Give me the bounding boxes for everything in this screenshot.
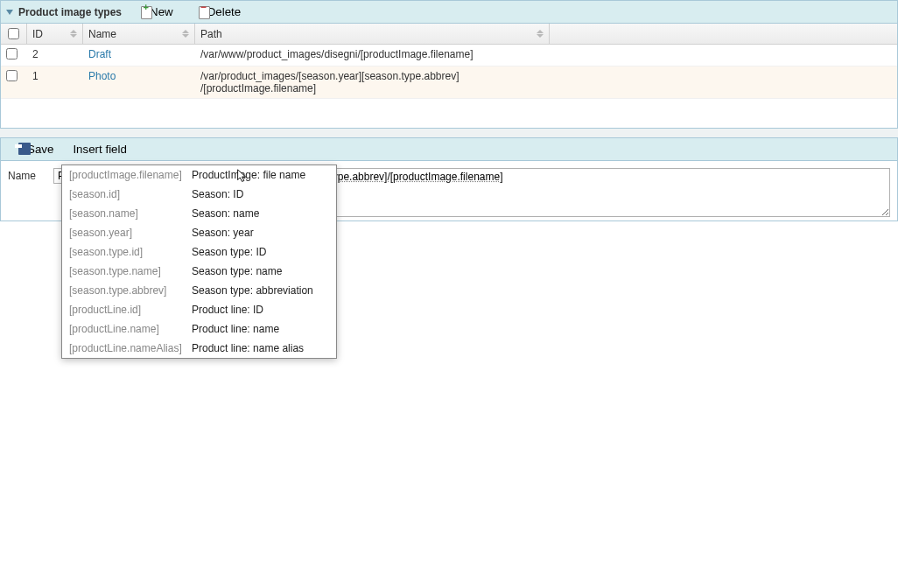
row-path: /var/product_images/[season.year][season… — [195, 66, 550, 98]
sort-icon — [70, 30, 77, 38]
new-icon — [135, 5, 147, 18]
delete-label: Delete — [207, 5, 242, 18]
panel-title-wrap[interactable]: Product image types — [6, 6, 122, 18]
dropdown-token: [season.type.name] — [69, 264, 192, 278]
dropdown-description: Product line: ID — [192, 303, 263, 317]
top-toolbar: Product image types New Delete — [1, 1, 897, 24]
row-checkbox-cell[interactable] — [1, 45, 27, 66]
sort-icon — [537, 30, 544, 38]
path-textarea[interactable] — [273, 168, 890, 217]
dropdown-token: [productImage.filename] — [69, 168, 192, 182]
collapse-icon — [6, 10, 13, 15]
dropdown-item[interactable]: [productImage.filename]ProductImage: fil… — [62, 165, 336, 185]
insert-field-button[interactable]: Insert field — [67, 140, 133, 158]
header-filler — [550, 24, 897, 44]
dropdown-description: ProductImage: file name — [192, 168, 305, 182]
row-checkbox-cell[interactable] — [1, 66, 27, 98]
dropdown-token: [productLine.id] — [69, 303, 192, 317]
header-id[interactable]: ID — [27, 24, 83, 44]
dropdown-item[interactable]: [productLine.id]Product line: ID — [62, 300, 336, 319]
sort-icon — [182, 30, 189, 38]
dropdown-item[interactable]: [season.name]Season: name — [62, 204, 336, 223]
dropdown-description: Product line: name — [192, 322, 279, 336]
dropdown-item[interactable]: [season.year]Season: year — [62, 223, 336, 242]
dropdown-description: Season: name — [192, 206, 259, 220]
dropdown-token: [season.type.id] — [69, 245, 192, 259]
new-label: New — [150, 5, 173, 18]
table-row[interactable]: 2Draft/var/www/product_images/disegni/[p… — [1, 45, 897, 66]
dropdown-item[interactable]: [season.id]Season: ID — [62, 185, 336, 204]
insert-field-dropdown[interactable]: [productImage.filename]ProductImage: fil… — [61, 164, 337, 359]
bottom-toolbar: Save Insert field — [1, 138, 897, 161]
dropdown-description: Season: year — [192, 226, 254, 240]
dropdown-description: Season: ID — [192, 187, 243, 201]
dropdown-token: [season.id] — [69, 187, 192, 201]
panel-gap — [0, 129, 898, 137]
new-button[interactable]: New — [129, 3, 179, 21]
table-row[interactable]: 1Photo/var/product_images/[season.year][… — [1, 66, 897, 99]
panel-title: Product image types — [18, 6, 122, 18]
row-checkbox[interactable] — [6, 48, 18, 60]
row-name-link[interactable]: Photo — [83, 66, 195, 98]
dropdown-token: [season.type.abbrev] — [69, 284, 192, 298]
save-button[interactable]: Save — [6, 140, 60, 158]
name-label: Name — [8, 168, 46, 217]
insert-field-label: Insert field — [73, 143, 127, 156]
delete-icon — [193, 5, 205, 18]
dropdown-item[interactable]: [productLine.name]Product line: name — [62, 319, 336, 339]
row-id: 2 — [27, 45, 83, 66]
header-path-label: Path — [200, 28, 222, 40]
dropdown-item[interactable]: [season.type.abbrev]Season type: abbrevi… — [62, 281, 336, 300]
grid-body: 2Draft/var/www/product_images/disegni/[p… — [1, 45, 897, 128]
dropdown-token: [season.year] — [69, 226, 192, 240]
dropdown-token: [season.name] — [69, 206, 192, 220]
dropdown-token: [productLine.nameAlias] — [69, 341, 192, 355]
header-checkbox-cell[interactable] — [1, 24, 27, 44]
row-id: 1 — [27, 66, 83, 98]
header-path[interactable]: Path — [195, 24, 550, 44]
row-path: /var/www/product_images/disegni/[product… — [195, 45, 550, 66]
dropdown-description: Product line: name alias — [192, 341, 304, 355]
dropdown-item[interactable]: [season.type.name]Season type: name — [62, 262, 336, 281]
header-id-label: ID — [32, 28, 43, 40]
product-image-types-panel: Product image types New Delete ID Name P… — [0, 0, 898, 129]
dropdown-description: Season type: abbreviation — [192, 284, 313, 298]
save-label: Save — [27, 143, 53, 156]
grid-header: ID Name Path — [1, 24, 897, 45]
delete-button[interactable]: Delete — [186, 3, 248, 21]
dropdown-description: Season type: name — [192, 264, 282, 278]
select-all-checkbox[interactable] — [8, 28, 19, 39]
dropdown-token: [productLine.name] — [69, 322, 192, 336]
dropdown-item[interactable]: [productLine.nameAlias]Product line: nam… — [62, 339, 336, 358]
dropdown-item[interactable]: [season.type.id]Season type: ID — [62, 242, 336, 262]
row-checkbox[interactable] — [6, 70, 18, 81]
row-name-link[interactable]: Draft — [83, 45, 195, 66]
dropdown-description: Season type: ID — [192, 245, 266, 259]
save-icon — [12, 143, 25, 156]
header-name-label: Name — [88, 28, 116, 40]
header-name[interactable]: Name — [83, 24, 195, 44]
